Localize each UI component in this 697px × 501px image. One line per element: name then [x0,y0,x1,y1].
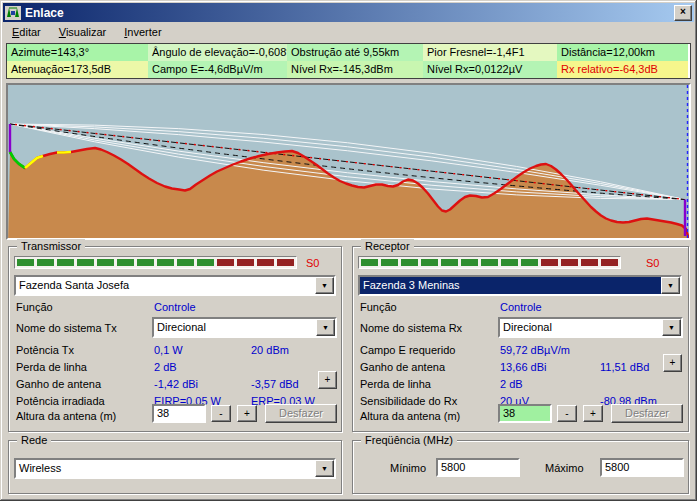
rx-line-loss-label: Perda de linha [360,378,431,390]
tx-antenna-gain-dbd: -3,57 dBd [251,378,299,390]
tx-antenna-gain-dbi: -1,42 dBi [154,378,198,390]
meter-segment-green [461,259,478,266]
status-row-1: Azimute=143,3° Ângulo de elevação=-0,608… [7,44,690,61]
rx-antenna-gain-plus-button[interactable]: + [663,354,682,372]
status-atenuacao: Atenuação=173,5dB [7,61,148,78]
meter-segment-green [501,259,518,266]
tx-antenna-height-label: Altura da antena (m) [16,410,116,422]
meter-segment-green [441,259,458,266]
rx-antenna-gain-dbi: 13,66 dBi [500,361,546,373]
tx-s-units-label: S0 [306,257,319,269]
meter-segment-green [421,259,438,266]
tx-undo-button[interactable]: Desfazer [265,404,337,423]
meter-segment-green [57,259,74,266]
meter-segment-green [97,259,114,266]
menu-editar[interactable]: Editar [3,24,50,40]
terrain-profile-chart [6,83,691,240]
window-title: Enlace [25,6,64,20]
menu-inverter[interactable]: Inverter [115,24,170,40]
meter-segment-green [361,259,378,266]
rx-line-loss-value: 2 dB [500,378,523,390]
tx-power-watts: 0,1 W [154,344,183,356]
rx-system-select[interactable]: Direcional ▼ [498,317,683,338]
profile-marginal-yellow-dash [57,152,71,153]
status-nivel-rx-dbm: Nível Rx=-145,3dBm [287,61,423,78]
tx-antenna-gain-label: Ganho de antena [16,378,101,390]
status-rx-relativo: Rx relativo=-64,3dB [557,61,688,78]
meter-segment-red [581,259,598,266]
menu-visualizar[interactable]: Visualizar [50,24,116,40]
close-button[interactable]: × [674,5,692,21]
meter-segment-green [137,259,154,266]
tx-funcao-label: Função [16,301,53,313]
network-group-title: Rede [17,433,51,447]
transmitter-group-title: Transmissor [17,239,85,253]
rx-antenna-gain-label: Ganho de antena [360,361,445,373]
tx-antenna-height-input[interactable]: 38 [152,404,206,423]
meter-segment-red [277,259,294,266]
meter-segment-red [237,259,254,266]
meter-segment-green [117,259,134,266]
tx-power-dbm: 20 dBm [251,344,289,356]
tx-power-label: Potência Tx [16,344,74,356]
rx-signal-meter [358,256,621,269]
rx-required-field-label: Campo E requerido [360,344,455,356]
meter-segment-red [541,259,558,266]
menubar: Editar Visualizar Inverter [3,23,694,41]
tx-height-increase-button[interactable]: + [237,405,257,422]
tx-site-dropdown-arrow[interactable]: ▼ [315,277,334,294]
rx-required-field-value: 59,72 dBµV/m [500,344,570,356]
tx-system-dropdown-arrow[interactable]: ▼ [316,319,335,336]
meter-segment-green [157,259,174,266]
rx-undo-button[interactable]: Desfazer [611,404,683,423]
rx-height-decrease-button[interactable]: - [557,405,577,422]
tx-antenna-gain-plus-button[interactable]: + [318,371,337,389]
frequency-max-label: Máximo [545,462,584,474]
rx-funcao-value: Controle [500,301,542,313]
status-obstrucao: Obstrução até 9,55km [287,44,423,61]
rx-s-units-label: S0 [646,257,659,269]
tx-system-label: Nome do sistema Tx [16,322,117,334]
tx-line-loss-value: 2 dB [154,361,177,373]
meter-segment-green [481,259,498,266]
rx-antenna-height-label: Altura da antena (m) [360,410,460,422]
meter-segment-green [521,259,538,266]
status-distancia: Distância=12,00km [557,44,688,61]
rx-height-increase-button[interactable]: + [583,405,603,422]
frequency-min-label: Mínimo [390,462,426,474]
status-azimute: Azimute=143,3° [7,44,148,61]
meter-segment-green [381,259,398,266]
tx-radiated-power-label: Potência irradiada [16,395,105,407]
meter-segment-green [401,259,418,266]
receiver-group-title: Receptor [361,239,414,253]
status-campo-e: Campo E=-4,6dBµV/m [148,61,287,78]
tx-site-select[interactable]: Fazenda Santa Josefa ▼ [14,275,336,296]
meter-segment-green [77,259,94,266]
rx-funcao-label: Função [360,301,397,313]
meter-segment-green [37,259,54,266]
status-row-2: Atenuação=173,5dB Campo E=-4,6dBµV/m Nív… [7,61,690,78]
tx-signal-meter [14,256,297,269]
frequency-max-input[interactable]: 5800 [600,458,684,477]
rx-antenna-gain-dbd: 11,51 dBd [600,361,649,373]
meter-segment-red [257,259,274,266]
enlace-window: Enlace × Editar Visualizar Inverter Azim… [0,0,697,501]
rx-system-label: Nome do sistema Rx [360,322,462,334]
tx-system-select[interactable]: Direcional ▼ [152,317,337,338]
rx-system-dropdown-arrow[interactable]: ▼ [662,319,681,336]
meter-segment-red [561,259,578,266]
status-nivel-rx-uv: Nível Rx=0,0122µV [423,61,557,78]
network-dropdown-arrow[interactable]: ▼ [315,460,334,477]
frequency-group-title: Freqüência (MHz) [361,433,457,447]
rx-site-select[interactable]: Fazenda 3 Meninas ▼ [358,275,682,296]
frequency-min-input[interactable]: 5800 [436,458,520,477]
titlebar: Enlace × [3,3,694,22]
meter-segment-red [217,259,234,266]
tx-height-decrease-button[interactable]: - [211,405,231,422]
meter-segment-red [601,259,618,266]
rx-antenna-height-input[interactable]: 38 [498,404,552,423]
network-select[interactable]: Wireless ▼ [14,458,336,479]
meter-segment-green [177,259,194,266]
link-status-panel: Azimute=143,3° Ângulo de elevação=-0,608… [6,43,691,79]
rx-site-dropdown-arrow[interactable]: ▼ [661,277,680,294]
